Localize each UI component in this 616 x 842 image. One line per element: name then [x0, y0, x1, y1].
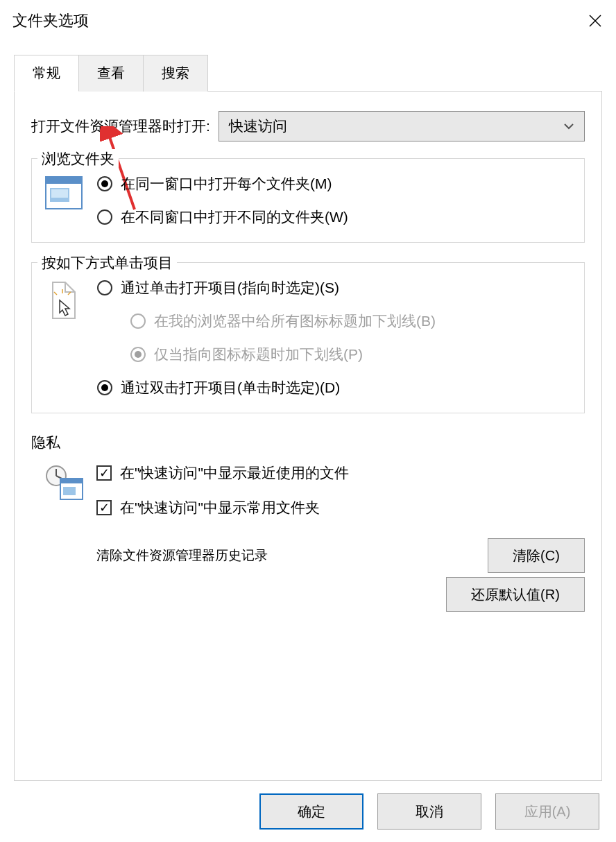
- check-label: 在"快速访问"中显示常用文件夹: [120, 498, 320, 517]
- browse-legend: 浏览文件夹: [37, 149, 119, 169]
- radio-label: 在同一窗口中打开每个文件夹(M): [121, 174, 332, 194]
- click-items-icon: [44, 280, 83, 327]
- close-icon: [589, 15, 601, 27]
- group-browse-folders: 浏览文件夹 在同一窗口中打开每个文件夹(M) 在不同窗口中打开不同的文件夹(W): [31, 158, 585, 243]
- open-with-value: 快速访问: [229, 117, 287, 136]
- svg-rect-4: [51, 189, 68, 198]
- check-recent-files[interactable]: 在"快速访问"中显示最近使用的文件: [96, 463, 585, 483]
- svg-rect-13: [63, 487, 76, 495]
- ok-button[interactable]: 确定: [259, 793, 363, 830]
- radio-icon: [97, 176, 112, 191]
- svg-rect-2: [46, 177, 82, 184]
- radio-icon: [130, 313, 146, 329]
- chevron-down-icon: [563, 121, 574, 132]
- tab-search[interactable]: 搜索: [144, 55, 208, 92]
- radio-diff-window[interactable]: 在不同窗口中打开不同的文件夹(W): [97, 207, 572, 227]
- check-label: 在"快速访问"中显示最近使用的文件: [120, 463, 349, 483]
- cancel-button[interactable]: 取消: [377, 793, 481, 830]
- radio-label: 在不同窗口中打开不同的文件夹(W): [121, 207, 348, 227]
- click-legend: 按如下方式单击项目: [37, 253, 177, 273]
- radio-single-click[interactable]: 通过单击打开项目(指向时选定)(S): [97, 278, 572, 298]
- radio-icon: [97, 280, 112, 295]
- radio-icon: [97, 209, 112, 225]
- close-button[interactable]: [574, 0, 616, 42]
- radio-underline-all: 在我的浏览器中给所有图标标题加下划线(B): [130, 311, 572, 331]
- radio-label: 通过双击打开项目(单击时选定)(D): [121, 378, 340, 397]
- tab-panel-general: 打开文件资源管理器时打开: 快速访问 浏览文件夹 在同一窗口中打开每个文件夹(M…: [14, 92, 602, 781]
- restore-defaults-button[interactable]: 还原默认值(R): [446, 577, 585, 612]
- clear-history-label: 清除文件资源管理器历史记录: [96, 547, 268, 565]
- svg-rect-12: [60, 479, 83, 483]
- radio-label: 仅当指向图标标题时加下划线(P): [154, 345, 363, 364]
- radio-underline-point: 仅当指向图标标题时加下划线(P): [130, 345, 572, 364]
- privacy-legend: 隐私: [31, 433, 585, 452]
- tab-view[interactable]: 查看: [79, 55, 144, 92]
- window-title: 文件夹选项: [12, 10, 89, 31]
- tab-general[interactable]: 常规: [14, 55, 79, 92]
- open-with-select[interactable]: 快速访问: [219, 111, 585, 141]
- radio-double-click[interactable]: 通过双击打开项目(单击时选定)(D): [97, 378, 572, 397]
- apply-button[interactable]: 应用(A): [495, 793, 599, 830]
- group-click-items: 按如下方式单击项目 通过单击打开项目(指向时选定)(S) 在我的浏览器中给所有图…: [31, 262, 585, 413]
- checkbox-icon: [96, 465, 112, 481]
- checkbox-icon: [96, 500, 112, 515]
- radio-icon: [130, 347, 146, 362]
- radio-same-window[interactable]: 在同一窗口中打开每个文件夹(M): [97, 174, 572, 194]
- open-with-label: 打开文件资源管理器时打开:: [31, 117, 210, 136]
- radio-label: 在我的浏览器中给所有图标标题加下划线(B): [154, 311, 436, 331]
- browse-folders-icon: [44, 175, 83, 214]
- clear-button[interactable]: 清除(C): [488, 538, 585, 573]
- radio-label: 通过单击打开项目(指向时选定)(S): [121, 278, 339, 298]
- privacy-icon: [44, 465, 83, 507]
- tab-bar: 常规 查看 搜索: [14, 54, 602, 92]
- radio-icon: [97, 380, 112, 395]
- check-frequent-folders[interactable]: 在"快速访问"中显示常用文件夹: [96, 498, 585, 517]
